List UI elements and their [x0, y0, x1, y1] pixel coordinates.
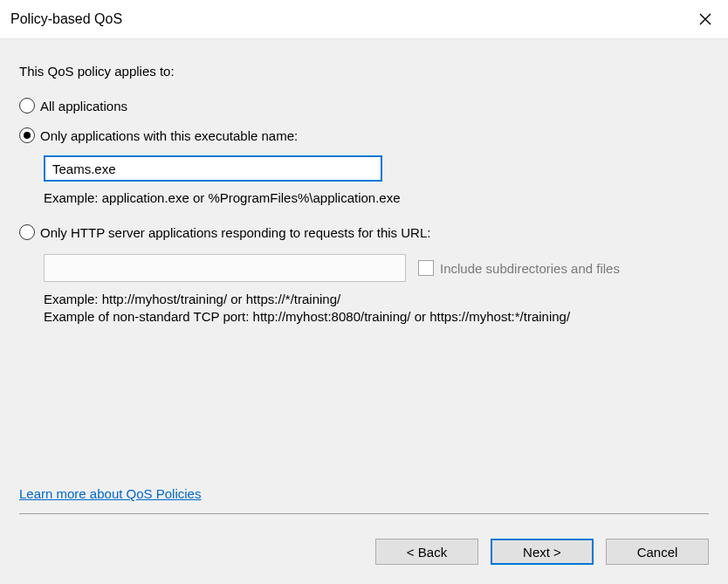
radio-http-label: Only HTTP server applications responding… [40, 225, 430, 240]
window-title: Policy-based QoS [10, 11, 122, 27]
radio-exe-label: Only applications with this executable n… [40, 128, 298, 143]
titlebar: Policy-based QoS [0, 0, 728, 38]
http-url-input [44, 254, 406, 282]
radio-icon [19, 98, 35, 113]
content-area: This QoS policy applies to: All applicat… [0, 38, 728, 523]
http-section: Include subdirectories and files Example… [44, 247, 709, 326]
executable-name-input[interactable] [44, 155, 382, 182]
checkbox-icon [418, 260, 434, 276]
http-example-1: Example: http://myhost/training/ or http… [44, 291, 709, 308]
close-button[interactable] [693, 7, 718, 31]
next-button[interactable]: Next > [491, 539, 594, 565]
close-icon [698, 12, 712, 26]
radio-all-label: All applications [40, 99, 127, 113]
executable-example-text: Example: application.exe or %ProgramFile… [44, 190, 709, 205]
http-examples: Example: http://myhost/training/ or http… [44, 291, 709, 326]
learn-more-row: Learn more about QoS Policies [19, 486, 709, 501]
radio-icon [19, 224, 35, 240]
radio-selected-dot [24, 132, 31, 139]
back-button[interactable]: < Back [375, 539, 478, 565]
separator [19, 513, 709, 514]
radio-icon [19, 127, 35, 143]
executable-section: Example: application.exe or %ProgramFile… [44, 150, 709, 205]
include-subdirs-checkbox: Include subdirectories and files [418, 260, 620, 276]
radio-all-applications[interactable]: All applications [19, 98, 709, 113]
button-bar: < Back Next > Cancel [0, 523, 728, 584]
cancel-button[interactable]: Cancel [606, 539, 709, 565]
radio-executable-name[interactable]: Only applications with this executable n… [19, 127, 709, 143]
learn-more-link[interactable]: Learn more about QoS Policies [19, 486, 201, 501]
qos-policy-wizard-window: Policy-based QoS This QoS policy applies… [0, 0, 728, 584]
include-subdirs-label: Include subdirectories and files [440, 261, 620, 276]
applies-to-heading: This QoS policy applies to: [19, 64, 709, 79]
http-example-2: Example of non-standard TCP port: http:/… [44, 308, 709, 326]
radio-http-url[interactable]: Only HTTP server applications responding… [19, 224, 709, 240]
